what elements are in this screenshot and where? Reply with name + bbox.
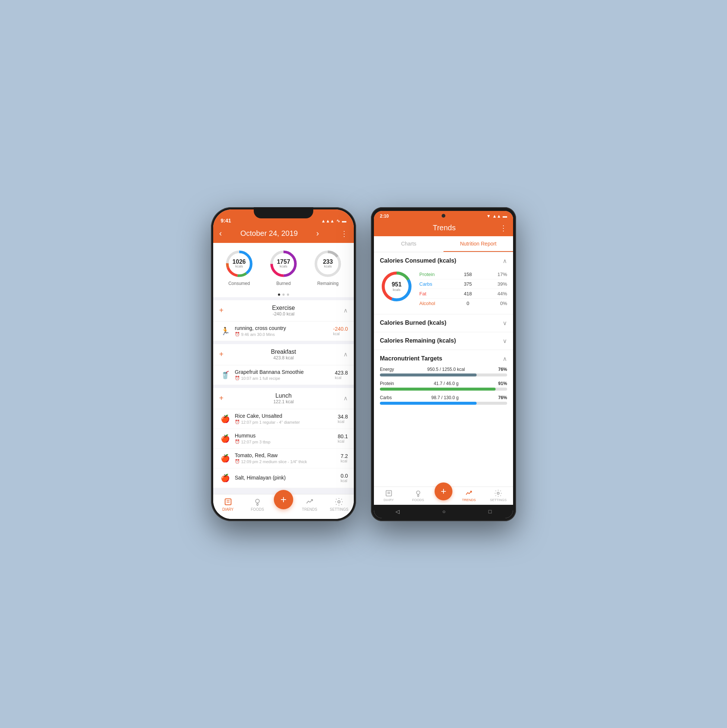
salt-icon: 🍎 — [219, 472, 231, 484]
android-back-btn[interactable]: ◁ — [395, 509, 399, 514]
nav-foods[interactable]: FOODS — [245, 497, 271, 511]
remaining-donut-chart: 233 kcals — [313, 249, 343, 278]
salt-info: Salt, Himalayan (pink) — [235, 475, 337, 481]
remaining-chevron-icon: ∨ — [503, 337, 507, 344]
target-carbs-bar-fill — [380, 402, 477, 405]
clock-icon-l1: ⏰ — [235, 439, 240, 444]
ios-fab-btn[interactable]: + — [274, 490, 293, 509]
calories-burned-section[interactable]: Calories Burned (kcals) ∨ — [374, 314, 513, 332]
android-time: 2:10 — [380, 214, 389, 219]
exercise-info: running, cross country ⏰ 9:46 am 30.0 Mi… — [235, 325, 329, 336]
nav-diary[interactable]: DIARY — [215, 497, 241, 511]
target-protein: Protein 41.7 / 46.0 g 91% — [380, 381, 507, 391]
android-nav-trends-label: TRENDS — [462, 498, 476, 502]
exercise-header[interactable]: + Exercise -240.0 kcal ∧ — [213, 300, 354, 321]
burned-chevron-icon: ∨ — [503, 320, 507, 327]
breakfast-collapse-btn[interactable]: ∧ — [339, 351, 348, 358]
lunch-item-1[interactable]: 🍎 Hummus ⏰ 12:07 pm 3 tbsp 80.1 kcal — [213, 429, 354, 449]
salt-kcal: 0.0 kcal — [341, 473, 348, 483]
android-nav-diary-label: DIARY — [384, 498, 393, 502]
android-header: Trends ⋮ — [374, 221, 513, 236]
android-nav-diary[interactable]: DIARY — [376, 489, 402, 502]
exercise-title-block: Exercise -240.0 kcal — [228, 305, 339, 317]
exercise-item-0[interactable]: 🏃 running, cross country ⏰ 9:46 am 30.0 … — [213, 321, 354, 341]
lunch-item-0[interactable]: 🍎 Rice Cake, Unsalted ⏰ 12:07 pm 1 regul… — [213, 409, 354, 429]
android-menu-btn[interactable]: ⋮ — [500, 223, 507, 232]
rice-cake-info: Rice Cake, Unsalted ⏰ 12:07 pm 1 regular… — [235, 413, 334, 424]
exercise-icon: 🏃 — [219, 325, 231, 337]
consumed-mini-donut: 951 kcals — [380, 270, 413, 303]
android-tabs: Charts Nutrition Report — [374, 236, 513, 252]
tab-nutrition-report[interactable]: Nutrition Report — [444, 236, 513, 252]
breakfast-header[interactable]: + Breakfast 423.8 kcal ∧ — [213, 344, 354, 365]
exercise-collapse-btn[interactable]: ∧ — [339, 307, 348, 314]
nav-settings[interactable]: SETTINGS — [326, 497, 352, 511]
svg-point-14 — [338, 501, 340, 503]
breakfast-add-btn[interactable]: + — [219, 350, 228, 359]
rice-cake-kcal: 34.8 kcal — [338, 414, 348, 424]
exercise-add-btn[interactable]: + — [219, 306, 228, 315]
svg-point-13 — [256, 499, 259, 503]
android-fab-btn[interactable]: + — [435, 482, 452, 500]
lunch-add-btn[interactable]: + — [219, 394, 228, 402]
targets-header[interactable]: Macronutrient Targets ∧ — [380, 350, 507, 367]
ios-phone: 9:41 ▲▲▲ ∿ ▬ ‹ October 24, 2019 › ⋮ — [211, 207, 356, 521]
lunch-collapse-btn[interactable]: ∧ — [339, 395, 348, 402]
breakfast-item-0[interactable]: 🥤 Grapefruit Bannana Smoothie ⏰ 10:07 am… — [213, 365, 354, 385]
calories-consumed-section: Calories Consumed (kcals) ∧ — [374, 252, 513, 314]
target-energy: Energy 950.5 / 1255.0 kcal 76% — [380, 367, 507, 376]
target-carbs-bar-bg — [380, 402, 507, 405]
android-nav-foods-label: FOODS — [412, 498, 424, 502]
android-home-btn[interactable]: ○ — [442, 509, 445, 514]
target-carbs-label: Carbs — [380, 395, 392, 400]
calories-remaining-section[interactable]: Calories Remaining (kcals) ∨ — [374, 332, 513, 350]
section-divider-breakfast — [213, 341, 354, 344]
calories-consumed-header[interactable]: Calories Consumed (kcals) ∧ — [374, 252, 513, 270]
nut-row-carbs: Carbs 375 39% — [419, 279, 507, 289]
android-bottom-nav: DIARY FOODS + TRENDS SETTINGS — [374, 486, 513, 505]
target-energy-header: Energy 950.5 / 1255.0 kcal 76% — [380, 367, 507, 372]
dot-3 — [287, 294, 289, 296]
ios-content: 1026 kcals Consumed — [213, 243, 354, 494]
tab-charts[interactable]: Charts — [374, 236, 444, 252]
android-status-right: ▼ ▲▲ ▬ — [486, 214, 507, 219]
smoothie-icon: 🥤 — [219, 369, 231, 381]
android-nav-trends[interactable]: TRENDS — [456, 489, 482, 502]
nut-row-fat: Fat 418 44% — [419, 289, 507, 299]
svg-point-22 — [416, 491, 420, 494]
lunch-item-3[interactable]: 🍎 Salt, Himalayan (pink) 0.0 kcal — [213, 468, 354, 488]
ios-notch — [254, 207, 313, 219]
svg-rect-10 — [225, 499, 231, 505]
target-carbs-detail: 98.7 / 130.0 g — [431, 395, 458, 400]
ios-header-title: October 24, 2019 — [240, 229, 298, 238]
hummus-kcal: 80.1 kcal — [338, 433, 348, 444]
ios-prev-btn[interactable]: ‹ — [219, 229, 222, 239]
tomato-icon: 🍎 — [219, 452, 231, 464]
breakfast-title-block: Breakfast 423.8 kcal — [228, 349, 339, 361]
tomato-info: Tomato, Red, Raw ⏰ 12:09 pm 2 medium sli… — [235, 452, 337, 464]
breakfast-info: Grapefruit Bannana Smoothie ⏰ 10:07 am 1… — [235, 369, 331, 381]
android-camera — [442, 214, 445, 218]
clock-icon-l2: ⏰ — [235, 459, 240, 464]
battery-icon: ▬ — [342, 219, 346, 223]
tomato-kcal: 7.2 kcal — [341, 453, 348, 463]
target-protein-pct: 91% — [498, 381, 507, 386]
section-divider-exercise — [213, 297, 354, 300]
hummus-icon: 🍎 — [219, 433, 231, 445]
lunch-item-2[interactable]: 🍎 Tomato, Red, Raw ⏰ 12:09 pm 2 medium s… — [213, 449, 354, 468]
burned-donut-chart: 1757 kcals — [269, 249, 298, 278]
android-recents-btn[interactable]: □ — [488, 509, 491, 514]
clock-icon: ⏰ — [235, 332, 240, 336]
clock-icon-l0: ⏰ — [235, 420, 240, 424]
android-nav-settings[interactable]: SETTINGS — [485, 489, 511, 502]
ios-phone-inner: 9:41 ▲▲▲ ∿ ▬ ‹ October 24, 2019 › ⋮ — [213, 210, 354, 519]
android-nav-foods[interactable]: FOODS — [405, 489, 431, 502]
ios-next-btn[interactable]: › — [316, 229, 319, 239]
nav-foods-label: FOODS — [251, 508, 264, 511]
ios-menu-btn[interactable]: ⋮ — [340, 229, 348, 238]
ios-time: 9:41 — [220, 218, 231, 223]
lunch-header[interactable]: + Lunch 122.1 kcal ∧ — [213, 388, 354, 409]
nav-trends[interactable]: TRENDS — [297, 497, 323, 511]
macronutrient-targets-section: Macronutrient Targets ∧ Energy 950.5 / 1… — [374, 350, 513, 415]
calories-consumed-body: 951 kcals Protein 158 17% Carbs — [374, 270, 513, 314]
